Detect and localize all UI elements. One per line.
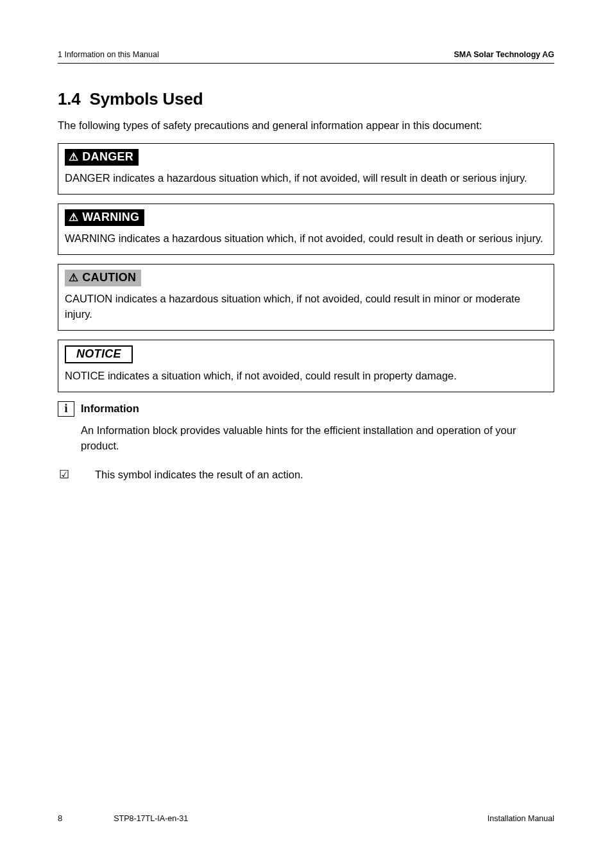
header-breadcrumb: 1 Information on this Manual [58,50,159,59]
notice-badge: NOTICE [65,345,133,363]
footer-doc-id: STP8-17TL-IA-en-31 [114,814,488,823]
info-heading-row: i Information [58,401,554,417]
section-intro: The following types of safety precaution… [58,119,554,132]
checkbox-icon: ☑ [59,467,69,482]
notice-body: NOTICE indicates a situation which, if n… [65,369,547,384]
callout-notice: NOTICE NOTICE indicates a situation whic… [58,340,554,392]
callout-caution: ⚠ CAUTION CAUTION indicates a hazardous … [58,264,554,331]
warning-body: WARNING indicates a hazardous situation … [65,231,547,247]
header-company: SMA Solar Technology AG [454,50,555,59]
warning-badge: ⚠ WARNING [65,209,144,226]
caution-body: CAUTION indicates a hazardous situation … [65,291,547,322]
info-body: An Information block provides valuable h… [81,423,554,454]
danger-body: DANGER indicates a hazardous situation w… [65,171,547,186]
info-title: Information [81,403,139,415]
section-title: Symbols Used [90,89,203,108]
section-heading: 1.4 Symbols Used [58,89,554,109]
warning-label: WARNING [82,211,139,224]
callout-warning: ⚠ WARNING WARNING indicates a hazardous … [58,204,554,255]
footer-doc-type: Installation Manual [488,814,554,823]
warning-triangle-icon: ⚠ [69,272,78,283]
result-row: ☑ This symbol indicates the result of an… [59,467,554,482]
page-number: 8 [58,813,62,823]
callout-danger: ⚠ DANGER DANGER indicates a hazardous si… [58,143,554,195]
danger-label: DANGER [82,150,133,164]
section-number: 1.4 [58,89,81,108]
notice-label: NOTICE [76,347,121,361]
caution-label: CAUTION [82,271,136,284]
danger-badge: ⚠ DANGER [65,149,139,166]
page-footer: 8 STP8-17TL-IA-en-31 Installation Manual [58,813,554,823]
info-icon: i [58,401,74,417]
page-header: 1 Information on this Manual SMA Solar T… [58,50,554,64]
warning-triangle-icon: ⚠ [69,212,78,223]
document-page: 1 Information on this Manual SMA Solar T… [0,0,612,868]
result-text: This symbol indicates the result of an a… [95,469,303,481]
caution-badge: ⚠ CAUTION [65,270,141,286]
warning-triangle-icon: ⚠ [69,152,78,162]
